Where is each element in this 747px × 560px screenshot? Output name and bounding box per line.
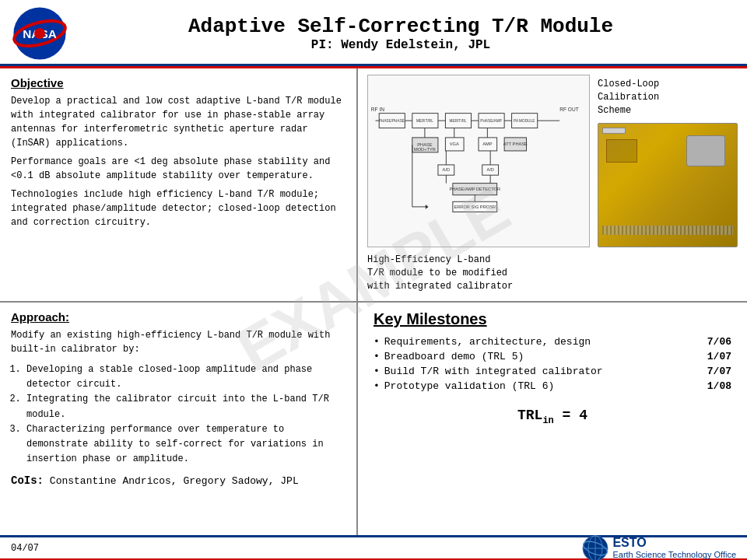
diagram-row: RF IN RF OUT PHASE/PHASE MERIT/RL MERIT/… — [367, 75, 738, 247]
approach-step-1: Developing a stable closed-loop amplitud… — [26, 362, 345, 392]
milestone-label-1: Breadboard demo (TRL 5) — [384, 351, 700, 362]
main-content: Objective Develop a practical and low co… — [0, 68, 747, 535]
svg-text:A/D: A/D — [443, 167, 450, 172]
trl-label: TRL — [517, 408, 542, 423]
milestone-date-3: 1/08 — [700, 380, 731, 392]
svg-text:PHASE/AMP: PHASE/AMP — [480, 119, 502, 123]
objective-title: Objective — [11, 76, 345, 89]
svg-text:AMP: AMP — [482, 142, 493, 146]
cois-names: Constantine Andricos, Gregory Sadowy, JP… — [50, 475, 299, 487]
approach-step-3: Characterizing performance over temperat… — [26, 422, 345, 467]
esto-globe-icon — [581, 534, 609, 561]
esto-subtitle: Earth Science Technology Office — [612, 550, 736, 560]
hardware-label-area: High-Efficiency L-band T/R module to be … — [367, 254, 738, 292]
objective-section: Objective Develop a practical and low co… — [0, 68, 358, 301]
top-section: Objective Develop a practical and low co… — [0, 68, 747, 303]
milestone-label-0: Requirements, architecture, design — [384, 336, 700, 348]
milestones-title: Key Milestones — [374, 310, 731, 328]
milestone-bullet: • — [374, 351, 380, 362]
esto-text-group: ESTO Earth Science Technology Office — [612, 536, 736, 560]
milestone-date-2: 7/07 — [700, 366, 731, 377]
circuit-svg: RF IN RF OUT PHASE/PHASE MERIT/RL MERIT/… — [368, 75, 589, 247]
hardware-label: High-Efficiency L-band T/R module to be … — [367, 254, 513, 292]
approach-step-2: Integrating the calibrator circuit into … — [26, 392, 345, 422]
footer-date: 04/07 — [11, 543, 39, 554]
approach-intro: Modify an existing high-efficiency L-ban… — [11, 328, 345, 356]
objective-para-2: Performance goals are <1 deg absolute ph… — [11, 155, 345, 183]
objective-para-3: Technologies include high efficiency L-b… — [11, 187, 345, 229]
cois-label: CoIs: — [11, 474, 44, 487]
svg-text:MERIT/RL: MERIT/RL — [416, 119, 433, 123]
footer: 04/07 ESTO Earth Science Technology Offi… — [0, 535, 747, 558]
closed-loop-label: Closed-Loop Calibration Scheme — [598, 78, 731, 117]
svg-text:MOD+TYR: MOD+TYR — [414, 147, 436, 152]
svg-text:RF IN: RF IN — [371, 107, 384, 112]
objective-para-1: Develop a practical and low cost adaptiv… — [11, 94, 345, 150]
page-title: Adaptive Self-Correcting T/R Module — [67, 15, 735, 38]
svg-text:MERIT/RL: MERIT/RL — [449, 119, 466, 123]
esto-name: ESTO — [612, 536, 736, 550]
approach-title: Approach: — [11, 310, 345, 324]
svg-marker-49 — [426, 205, 429, 209]
svg-text:PA MODULE: PA MODULE — [514, 119, 535, 123]
milestone-bullet: • — [374, 366, 380, 377]
milestone-list: • Requirements, architecture, design 7/0… — [374, 336, 731, 392]
milestone-date-1: 1/07 — [700, 351, 731, 362]
milestone-label-2: Build T/R with integrated calibrator — [384, 366, 700, 377]
milestones-section: Key Milestones • Requirements, architect… — [358, 303, 747, 535]
milestone-row: • Build T/R with integrated calibrator 7… — [374, 366, 731, 377]
svg-text:PHASE/PHASE: PHASE/PHASE — [379, 119, 405, 123]
milestone-bullet: • — [374, 336, 380, 348]
closed-loop-area: Closed-Loop Calibration Scheme — [598, 75, 738, 247]
svg-text:VGA: VGA — [450, 142, 459, 146]
trl-value: = 4 — [554, 408, 587, 423]
cois-section: CoIs: Constantine Andricos, Gregory Sado… — [11, 474, 345, 487]
diagram-section: RF IN RF OUT PHASE/PHASE MERIT/RL MERIT/… — [358, 68, 747, 301]
svg-text:ATT PHASE: ATT PHASE — [503, 142, 528, 146]
svg-text:PHASE/AMP DETECTOR: PHASE/AMP DETECTOR — [449, 187, 500, 191]
nasa-logo: NASA — [12, 6, 67, 61]
header-titles: Adaptive Self-Correcting T/R Module PI: … — [67, 15, 735, 52]
bottom-section: Approach: Modify an existing high-effici… — [0, 303, 747, 535]
trl-section: TRLin = 4 — [374, 408, 731, 426]
svg-text:A/D: A/D — [486, 167, 493, 172]
circuit-diagram: RF IN RF OUT PHASE/PHASE MERIT/RL MERIT/… — [367, 75, 590, 247]
trl-subscript: in — [542, 415, 553, 426]
approach-list: Developing a stable closed-loop amplitud… — [11, 362, 345, 467]
header: NASA Adaptive Self-Correcting T/R Module… — [0, 0, 747, 66]
milestone-row: • Breadboard demo (TRL 5) 1/07 — [374, 351, 731, 362]
svg-text:ERROR SIG PROSR: ERROR SIG PROSR — [454, 205, 496, 209]
svg-text:RF OUT: RF OUT — [559, 107, 579, 112]
approach-section: Approach: Modify an existing high-effici… — [0, 303, 358, 535]
milestone-date-0: 7/06 — [700, 336, 731, 348]
milestone-row: • Requirements, architecture, design 7/0… — [374, 336, 731, 348]
esto-logo: ESTO Earth Science Technology Office — [581, 534, 736, 561]
page-subtitle: PI: Wendy Edelstein, JPL — [67, 38, 735, 52]
milestone-label-3: Prototype validation (TRL 6) — [384, 380, 700, 392]
svg-point-3 — [34, 28, 45, 39]
hardware-photo — [598, 123, 738, 247]
milestone-row: • Prototype validation (TRL 6) 1/08 — [374, 380, 731, 392]
milestone-bullet: • — [374, 380, 380, 392]
